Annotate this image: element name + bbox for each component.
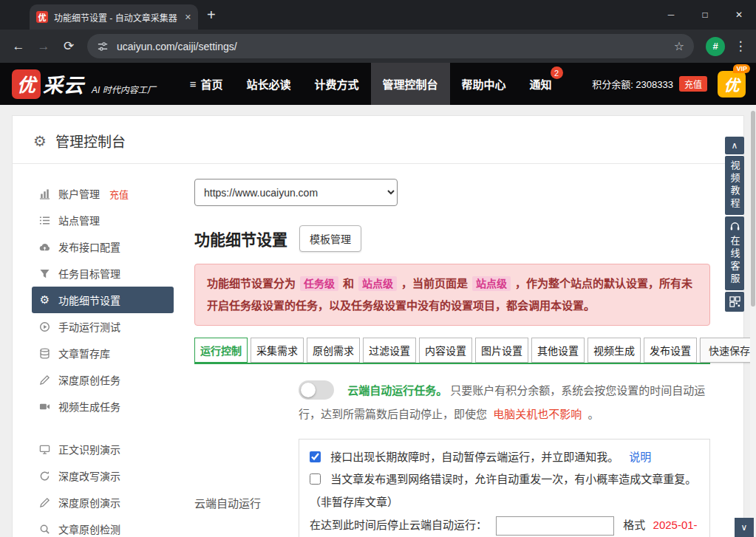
scroll-to-bottom-button[interactable]: ∨ [735,518,754,537]
nav-menu: ≡ 首页 站长必读 计费方式 管理控制台 帮助中心 通知 2 [178,63,564,105]
nav-item-notifications[interactable]: 通知 2 [518,63,564,105]
vip-badge: VIP [733,64,750,73]
site-select[interactable]: https://www.ucaiyun.com [194,179,398,206]
nav-item-must-read[interactable]: 站长必读 [234,63,302,105]
qr-code-icon [729,296,740,307]
cloud-settings-box: 接口出现长期故障时，自动暂停云端运行，并立即通知我。 说明 当文章发布遇到网络错… [299,439,710,537]
nav-right: 积分余额: 2308333 充值 优 VIP [592,71,746,98]
settings-tabs: 运行控制 采集需求 原创需求 过滤设置 内容设置 图片设置 其他设置 视频生成 … [194,338,710,364]
scrollbar-thumb[interactable] [751,111,755,307]
nav-item-console[interactable]: 管理控制台 [371,63,450,105]
tab-image-settings[interactable]: 图片设置 [475,338,528,363]
nav-item-billing[interactable]: 计费方式 [303,63,371,105]
quick-save-button[interactable]: 快速保存 [700,338,756,363]
sidebar-item-task-targets[interactable]: 任务目标管理 [32,260,174,287]
online-service-button[interactable]: 在线客服 [725,216,744,290]
headset-icon [729,221,740,232]
tab-original-requirements[interactable]: 原创需求 [307,338,360,363]
video-tutorial-button[interactable]: 视频教程 [725,156,744,215]
site-info-icon[interactable] [97,41,109,52]
chevron-up-icon: ∧ [732,140,738,151]
sidebar-item-video-task[interactable]: 视频生成任务 [32,393,174,420]
minimize-button[interactable]: ─ [654,0,688,30]
nav-item-home[interactable]: ≡ 首页 [178,63,235,105]
pause-on-failure-checkbox[interactable] [310,451,321,462]
recharge-button[interactable]: 充值 [679,76,707,92]
qr-code-button[interactable] [725,292,744,312]
back-to-top-button[interactable]: ∧ [725,137,744,154]
toggle-title: 云端自动运行任务。 [347,384,447,397]
browser-menu-icon[interactable]: ⋮ [732,38,749,54]
sidebar-item-deep-rewrite-demo[interactable]: 深度改写演示 [32,462,174,489]
browser-toolbar: ← → ⟳ ucaiyun.com/caiji/settings/ ☆ # ⋮ [0,30,756,63]
chart-icon [39,188,50,199]
cloud-upload-icon [39,242,50,253]
sidebar-item-deep-original-demo[interactable]: 深度原创演示 [32,489,174,516]
tab-collect-requirements[interactable]: 采集需求 [251,338,304,363]
logo-text: 采云 [43,69,84,98]
search-icon [39,524,50,535]
logo-accent: 优 [12,69,41,99]
refresh-icon [39,471,50,482]
page-scrollbar[interactable] [750,105,756,537]
card-header: ⚙ 管理控制台 [13,116,743,164]
floating-toolbar: ∧ 视频教程 在线客服 [725,137,744,312]
page-title: 管理控制台 [55,131,126,151]
edit-icon [39,497,50,508]
tag-task-level: 任务级 [300,276,338,291]
tab-title: 功能细节设置 - 自动文章采集器 [54,11,179,24]
tab-close-icon[interactable]: ✕ [185,13,191,22]
explain-link[interactable]: 说明 [629,451,651,463]
sidebar-item-feature-settings[interactable]: ⚙ 功能细节设置 [32,287,174,313]
tab-filter-settings[interactable]: 过滤设置 [363,338,416,363]
tab-other-settings[interactable]: 其他设置 [531,338,585,363]
tag-site-level: 站点级 [358,276,397,291]
sidebar-item-publish-api[interactable]: 发布接口配置 [32,233,174,260]
cloud-auto-run-intro: 云端自动运行任务。 只要账户有积分余额，系统会按您设置的时间自动运行，达到所需篇… [299,379,710,427]
browser-titlebar: 优 功能细节设置 - 自动文章采集器 ✕ + ─ □ ✕ [0,0,756,30]
sidebar-item-deep-original-task[interactable]: 深度原创任务 [32,366,174,393]
profile-avatar[interactable]: # [706,37,725,56]
browser-tab[interactable]: 优 功能细节设置 - 自动文章采集器 ✕ [30,4,198,30]
settings-scope-alert: 功能细节设置分为任务级和站点级，当前页面是站点级，作为整个站点的默认设置，所有未… [194,264,710,326]
reload-button[interactable]: ⟳ [58,35,80,58]
bookmark-star-icon[interactable]: ☆ [674,39,684,53]
close-button[interactable]: ✕ [722,0,756,30]
vip-logo[interactable]: 优 VIP [718,71,746,98]
back-button[interactable]: ← [7,35,30,58]
cloud-auto-run-toggle[interactable] [299,380,334,400]
tab-publish-settings[interactable]: 发布设置 [644,338,697,363]
console-card: ⚙ 管理控制台 账户管理 充值 站点管理 发布接口配置 [12,115,744,537]
tab-video-generation[interactable]: 视频生成 [588,338,641,363]
database-icon [39,348,50,359]
tab-run-control[interactable]: 运行控制 [194,338,248,363]
new-tab-button[interactable]: + [207,7,216,24]
play-icon [39,321,50,332]
points-balance: 积分余额: 2308333 [592,77,673,91]
sidebar-item-account[interactable]: 账户管理 充值 [32,180,174,207]
nav-item-help-center[interactable]: 帮助中心 [450,63,518,105]
stop-time-input[interactable] [496,516,614,536]
chevron-down-icon: ∨ [741,522,748,533]
monitor-icon [39,444,50,455]
tab-content-settings[interactable]: 内容设置 [419,338,472,363]
auto-resend-checkbox[interactable] [310,473,321,485]
sidebar-item-sites[interactable]: 站点管理 [32,207,174,233]
sidebar-item-article-store[interactable]: 文章暂存库 [32,340,174,366]
forward-button[interactable]: → [33,35,55,58]
template-manage-button[interactable]: 模板管理 [299,225,361,252]
maximize-button[interactable]: □ [688,0,722,30]
filter-icon [39,268,50,279]
gear-icon: ⚙ [33,132,47,150]
list-icon: ≡ [190,78,197,90]
window-controls: ─ □ ✕ [654,0,756,30]
sidebar-recharge-link[interactable]: 充值 [109,187,129,201]
site-logo[interactable]: 优 采云 [12,69,84,99]
sidebar-item-text-recognition-demo[interactable]: 正文识别演示 [32,436,174,462]
address-bar[interactable]: ucaiyun.com/caiji/settings/ ☆ [87,34,694,58]
page-content: ⚙ 管理控制台 账户管理 充值 站点管理 发布接口配置 [0,105,756,537]
sidebar-item-manual-run[interactable]: 手动运行测试 [32,313,174,340]
url-text[interactable]: ucaiyun.com/caiji/settings/ [117,41,666,52]
sidebar-item-originality-check[interactable]: 文章原创检测 [32,516,174,537]
sidebar-divider [32,420,174,436]
